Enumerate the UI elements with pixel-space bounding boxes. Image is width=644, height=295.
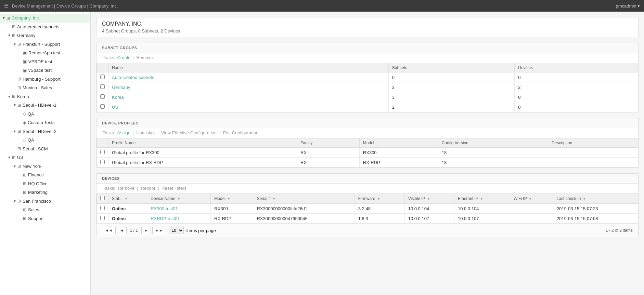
tree-label-san-francisco: San Francisco bbox=[23, 198, 51, 205]
dev-wifi-ip-0 bbox=[510, 204, 553, 214]
sg-checkbox-2[interactable] bbox=[100, 94, 105, 99]
dev-serial-0: RX30000000000fcfd26d1 bbox=[253, 204, 355, 214]
sidebar-item-munich-sales[interactable]: ⊞Munich - Sales bbox=[0, 83, 90, 92]
sg-cb-2[interactable] bbox=[97, 92, 108, 102]
dp-config-version-header: Config Version bbox=[438, 138, 548, 148]
dev-name-link-0[interactable]: RX300-test01 bbox=[151, 206, 178, 211]
dp-checkbox-0[interactable] bbox=[100, 150, 105, 154]
sg-cb-1[interactable] bbox=[97, 82, 108, 92]
toggle-company-inc[interactable]: ▼ bbox=[2, 15, 5, 21]
next-page-button[interactable]: ► bbox=[141, 227, 151, 234]
sg-cb-3[interactable] bbox=[97, 102, 108, 112]
dev-last-checkin-header[interactable]: Last check-in ▾ bbox=[553, 194, 638, 204]
sidebar-item-hq-office[interactable]: ⊞HQ Office bbox=[0, 179, 90, 188]
dev-device-name-1: RXRDP-test01 bbox=[147, 214, 211, 224]
sg-checkbox-1[interactable] bbox=[100, 84, 105, 89]
tree-label-frankfurt-support: Frankfurt - Support bbox=[23, 41, 60, 48]
dp-cb-1[interactable] bbox=[97, 158, 108, 167]
toggle-new-york[interactable]: ▼ bbox=[13, 164, 16, 169]
sg-checkbox-0[interactable] bbox=[100, 75, 105, 79]
last-page-button[interactable]: ►► bbox=[152, 227, 166, 234]
dp-description-1 bbox=[548, 158, 638, 167]
dev-serial-header[interactable]: Serial # ▾ bbox=[253, 194, 355, 204]
create-link[interactable]: Create bbox=[117, 55, 130, 60]
sidebar-item-qa-2[interactable]: ◇QA bbox=[0, 136, 90, 145]
dev-ethernet-ip-header[interactable]: Ethernet IP ▾ bbox=[454, 194, 510, 204]
dp-config-version-1: 13 bbox=[438, 158, 548, 167]
sidebar-item-new-york[interactable]: ▼⊞New York bbox=[0, 162, 90, 171]
per-page-select[interactable]: 10 25 50 bbox=[169, 227, 184, 234]
sidebar-item-hamburg-support[interactable]: ⊞Hamburg - Support bbox=[0, 75, 90, 84]
tree-icon-finance: ⊞ bbox=[23, 172, 26, 178]
toggle-seoul-hdevel-1[interactable]: ▼ bbox=[13, 103, 16, 108]
toggle-seoul-hdevel-2[interactable]: ▼ bbox=[13, 129, 16, 134]
sg-subnets-header: Subnets bbox=[388, 63, 514, 72]
sg-name-link-2[interactable]: Korea bbox=[112, 95, 124, 100]
dev-visible-ip-0: 10.0.0.104 bbox=[404, 204, 454, 214]
subnet-groups-table: Name Subnets Devices Auto-created subnet… bbox=[96, 63, 638, 112]
dev-checkbox-0[interactable] bbox=[100, 206, 105, 210]
dev-model-0: RX300 bbox=[211, 204, 253, 214]
sidebar-item-germany[interactable]: ▼⊞Germany bbox=[0, 31, 90, 40]
select-all-checkbox[interactable] bbox=[100, 196, 105, 200]
dev-cb-1[interactable] bbox=[97, 214, 108, 224]
tree-icon-seoul-scm: ⊞ bbox=[17, 146, 21, 152]
toggle-germany[interactable]: ▼ bbox=[8, 33, 11, 38]
sidebar-item-custom-tests[interactable]: ◈Custom Tests bbox=[0, 118, 90, 127]
dev-name-link-1[interactable]: RXRDP-test01 bbox=[151, 216, 180, 221]
sidebar-item-finance[interactable]: ⊞Finance bbox=[0, 171, 90, 179]
sg-checkbox-3[interactable] bbox=[100, 104, 105, 109]
sidebar-item-us[interactable]: ▼⊞US bbox=[0, 153, 90, 162]
sidebar-item-auto-created-subnets[interactable]: ⊞Auto-created subnets bbox=[0, 23, 90, 31]
sidebar-item-sales[interactable]: ⊞Sales bbox=[0, 205, 90, 214]
dev-status-header[interactable]: Stat... ▾ bbox=[108, 194, 147, 204]
sidebar-item-company-inc[interactable]: ▼⊞Company, Inc. bbox=[0, 14, 90, 23]
dp-model-0: RX300 bbox=[359, 148, 438, 158]
dp-profile-name-0: Global profile for RX300 bbox=[108, 148, 297, 158]
toggle-frankfurt-support[interactable]: ▼ bbox=[13, 42, 16, 47]
dev-wifi-ip-header[interactable]: WiFi IP ▾ bbox=[510, 194, 553, 204]
sidebar-item-seoul-scm[interactable]: ⊞Seoul - SCM bbox=[0, 145, 90, 153]
sg-name-link-3[interactable]: US bbox=[112, 105, 118, 110]
sidebar-item-support[interactable]: ⊞Support bbox=[0, 214, 90, 223]
dev-ethernet-ip-1: 10.0.0.107 bbox=[454, 214, 510, 224]
dev-firmware-header[interactable]: Firmware ▾ bbox=[355, 194, 404, 204]
dev-visible-ip-header[interactable]: Visible IP ▾ bbox=[404, 194, 454, 204]
sg-name-link-0[interactable]: Auto-created subnets bbox=[112, 75, 154, 80]
sidebar-item-remoteapp-test[interactable]: ▣RemoteApp test bbox=[0, 49, 90, 57]
dev-cb-0[interactable] bbox=[97, 204, 108, 214]
first-page-button[interactable]: ◄◄ bbox=[102, 227, 116, 234]
tree-icon-verde-test: ▣ bbox=[23, 58, 27, 65]
sidebar-item-marketing[interactable]: ⊞Marketing bbox=[0, 188, 90, 197]
sidebar-item-verde-test[interactable]: ▣VERDE test bbox=[0, 57, 90, 66]
page-info: 1 / 1 bbox=[130, 228, 138, 233]
sidebar-item-korea[interactable]: ▼⊞Korea bbox=[0, 92, 90, 101]
sidebar-item-vspace-test[interactable]: ▣vSpace test bbox=[0, 66, 90, 75]
dev-model-header[interactable]: Model ▾ bbox=[211, 194, 253, 204]
sidebar-item-san-francisco[interactable]: ▼⊞San Francisco bbox=[0, 197, 90, 206]
user-menu[interactable]: pmcadmin bbox=[616, 3, 640, 9]
sidebar-item-frankfurt-support[interactable]: ▼⊞Frankfurt - Support bbox=[0, 40, 90, 49]
toggle-san-francisco[interactable]: ▼ bbox=[13, 199, 16, 204]
company-body: COMPANY, INC. 4 Subnet Groups, 8 Subnets… bbox=[96, 17, 638, 37]
items-per-page-label: items per page bbox=[186, 228, 216, 233]
sidebar-item-qa-1[interactable]: ◇QA bbox=[0, 110, 90, 119]
sidebar-item-seoul-hdevel-1[interactable]: ▼⊞Seoul - HDevel-1 bbox=[0, 101, 90, 110]
dev-device-name-header[interactable]: Device Name ▾ bbox=[147, 194, 211, 204]
dev-checkbox-1[interactable] bbox=[100, 216, 105, 220]
sidebar-item-seoul-hdevel-2[interactable]: ▼⊞Seoul - HDevel-2 bbox=[0, 127, 90, 136]
toggle-us[interactable]: ▼ bbox=[8, 155, 11, 160]
prev-page-button[interactable]: ◄ bbox=[117, 227, 127, 234]
toggle-korea[interactable]: ▼ bbox=[8, 94, 11, 99]
sg-name-link-1[interactable]: Germany bbox=[112, 85, 130, 90]
tree-label-finance: Finance bbox=[28, 172, 44, 178]
sg-subnets-2: 3 bbox=[388, 92, 514, 102]
dev-visible-ip-1: 10.0.0.107 bbox=[404, 214, 454, 224]
menu-icon[interactable]: ☰ bbox=[4, 3, 9, 9]
dp-checkbox-1[interactable] bbox=[100, 160, 105, 164]
tree-icon-frankfurt-support: ⊞ bbox=[17, 41, 21, 47]
sg-cb-0[interactable] bbox=[97, 72, 108, 82]
dp-cb-0[interactable] bbox=[97, 148, 108, 158]
table-row: Auto-created subnets 0 0 bbox=[97, 72, 638, 82]
assign-link[interactable]: Assign bbox=[117, 130, 130, 135]
